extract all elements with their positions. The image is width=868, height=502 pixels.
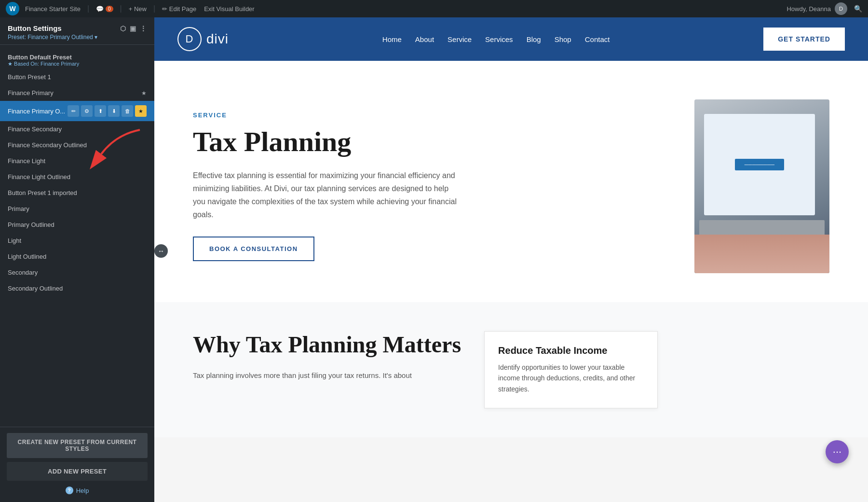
admin-search-icon[interactable]: 🔍 (854, 5, 862, 13)
site-header: D divi Home About Service Services Blog … (154, 17, 868, 61)
card-text: Identify opportunities to lower your tax… (498, 362, 644, 394)
laptop-visual: ──────── (694, 99, 829, 273)
laptop-hands (694, 235, 829, 273)
preset-based-on: ★ Based On: Finance Primary (8, 61, 79, 67)
panel-expand-icon[interactable]: ⬡ (120, 25, 126, 32)
favorite-preset-icon[interactable]: ★ (135, 105, 147, 117)
help-label: Help (76, 487, 89, 494)
list-item[interactable]: Light Outlined (0, 249, 154, 265)
list-item[interactable]: Button Preset 1 (0, 69, 154, 85)
list-item-active[interactable]: Finance Primary O... ✏ ⚙ ⬆ ⬇ 🗑 ★ (0, 101, 154, 121)
list-item[interactable]: Finance Primary ★ (0, 85, 154, 101)
presets-list: Button Default Preset ★ Based On: Financ… (0, 45, 154, 427)
list-item[interactable]: Finance Secondary (0, 121, 154, 137)
why-description: Tax planning involves more than just fil… (193, 369, 461, 382)
list-item[interactable]: Button Preset 1 imported (0, 185, 154, 201)
add-preset-button[interactable]: ADD NEW PRESET (7, 462, 148, 481)
edit-page-link[interactable]: ✏ Edit Page (162, 5, 196, 13)
star-icon: ★ (141, 90, 147, 97)
reduce-income-card: Reduce Taxable Income Identify opportuni… (484, 331, 658, 408)
list-item[interactable]: Light (0, 233, 154, 249)
admin-bar: W Finance Starter Site | 💬 0 | + New | ✏… (0, 0, 868, 17)
admin-user-menu[interactable]: Howdy, Deanna D 🔍 (787, 2, 862, 15)
list-item[interactable]: Primary Outlined (0, 217, 154, 233)
why-title: Why Tax Planning Matters (193, 331, 461, 358)
panel-resize-handle[interactable]: ↔ (154, 244, 168, 258)
hero-description: Effective tax planning is essential for … (193, 169, 463, 222)
website-preview: D divi Home About Service Services Blog … (154, 17, 868, 502)
book-consultation-button[interactable]: BOOK A CONSULTATION (193, 237, 314, 261)
new-post-link[interactable]: + New (129, 5, 147, 13)
panel-title-row: Button Settings ⬡ ▣ ⋮ (8, 24, 147, 32)
create-preset-button[interactable]: CREATE NEW PRESET FROM CURRENT STYLES (7, 433, 148, 458)
list-item[interactable]: Primary (0, 201, 154, 217)
panel-bottom: CREATE NEW PRESET FROM CURRENT STYLES AD… (0, 427, 154, 502)
list-item[interactable]: Finance Light Outlined (0, 169, 154, 185)
site-nav: Home About Service Services Blog Shop Co… (382, 35, 610, 43)
settings-preset-icon[interactable]: ⚙ (81, 105, 93, 117)
site-content: SERVICE Tax Planning Effective tax plann… (154, 61, 868, 502)
list-item[interactable]: Finance Secondary Outlined (0, 137, 154, 153)
hero-section: SERVICE Tax Planning Effective tax plann… (154, 61, 868, 302)
howdy-text: Howdy, Deanna (787, 5, 831, 13)
site-logo: D divi (177, 27, 229, 51)
panel-header-icons: ⬡ ▣ ⋮ (120, 25, 147, 32)
duplicate-preset-icon[interactable]: ⬇ (108, 105, 120, 117)
logo-name: divi (206, 31, 229, 47)
nav-shop[interactable]: Shop (555, 35, 571, 43)
why-title-container: Why Tax Planning Matters Tax planning in… (193, 331, 461, 382)
list-item[interactable]: Secondary Outlined (0, 280, 154, 296)
export-preset-icon[interactable]: ⬆ (95, 105, 106, 117)
nav-about[interactable]: About (415, 35, 434, 43)
panel-title-text: Button Settings (8, 24, 62, 32)
nav-contact[interactable]: Contact (585, 35, 610, 43)
wp-logo-icon: W (6, 2, 19, 15)
hero-content-left: SERVICE Tax Planning Effective tax plann… (193, 112, 665, 262)
list-item[interactable]: Finance Light (0, 153, 154, 169)
help-icon: ? (66, 487, 73, 494)
hero-image: ──────── (694, 99, 829, 273)
panel-more-icon[interactable]: ⋮ (140, 25, 147, 32)
user-avatar: D (835, 2, 847, 15)
panel-header: Button Settings ⬡ ▣ ⋮ Preset: Finance Pr… (0, 17, 154, 45)
panel-layout-icon[interactable]: ▣ (130, 25, 136, 32)
logo-circle: D (177, 27, 202, 51)
fab-button[interactable]: ··· (826, 440, 849, 463)
comments-link[interactable]: 💬 0 (96, 5, 113, 13)
nav-home[interactable]: Home (382, 35, 402, 43)
nav-services[interactable]: Services (485, 35, 513, 43)
preset-label: Preset: Finance Primary Outlined ▾ (8, 34, 97, 41)
get-started-button[interactable]: GET STARTED (763, 28, 845, 51)
why-section: Why Tax Planning Matters Tax planning in… (154, 302, 868, 437)
preset-selector[interactable]: Preset: Finance Primary Outlined ▾ (8, 34, 147, 41)
list-item[interactable]: Secondary (0, 265, 154, 280)
help-link[interactable]: ? Help (7, 485, 148, 496)
edit-preset-icon[interactable]: ✏ (68, 105, 79, 117)
preset-action-icons: ✏ ⚙ ⬆ ⬇ 🗑 ★ (68, 105, 147, 117)
preset-group-title: Button Default Preset (8, 54, 79, 61)
nav-blog[interactable]: Blog (527, 35, 541, 43)
button-settings-panel: Button Settings ⬡ ▣ ⋮ Preset: Finance Pr… (0, 17, 154, 502)
preset-group-header: Button Default Preset ★ Based On: Financ… (0, 49, 154, 69)
laptop-screen: ──────── (704, 114, 815, 215)
main-area: Button Settings ⬡ ▣ ⋮ Preset: Finance Pr… (0, 17, 868, 502)
section-label: SERVICE (193, 112, 665, 119)
site-name[interactable]: Finance Starter Site (25, 5, 81, 13)
exit-builder-link[interactable]: Exit Visual Builder (204, 5, 255, 13)
laptop-image: ──────── (694, 99, 829, 273)
delete-preset-icon[interactable]: 🗑 (122, 105, 133, 117)
hero-title: Tax Planning (193, 126, 665, 157)
nav-service[interactable]: Service (448, 35, 472, 43)
card-title: Reduce Taxable Income (498, 345, 644, 356)
